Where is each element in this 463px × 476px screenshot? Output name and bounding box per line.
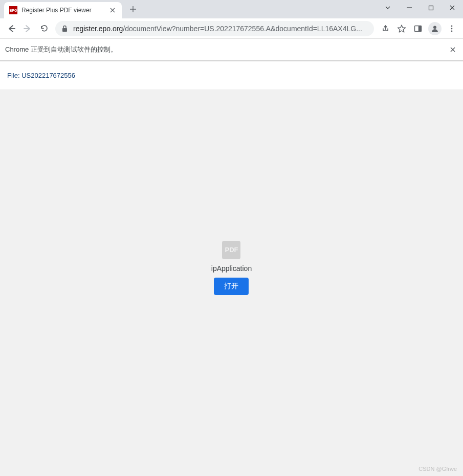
- pdf-icon: PDF: [222, 241, 240, 259]
- window-close[interactable]: [442, 0, 463, 15]
- person-icon: [430, 24, 439, 33]
- minimize-icon: [406, 5, 412, 11]
- window-dropdown[interactable]: [377, 0, 399, 15]
- window-maximize[interactable]: [420, 0, 442, 15]
- address-bar[interactable]: register.epo.org/documentView?number=US.…: [55, 21, 374, 36]
- close-icon: [450, 47, 456, 53]
- arrow-left-icon: [7, 24, 16, 33]
- pdf-placeholder: PDF ipApplication 打开: [211, 241, 252, 295]
- close-icon: [110, 8, 115, 13]
- share-button[interactable]: [377, 20, 393, 37]
- url-host: register.epo.org: [73, 25, 123, 33]
- tab-favicon: EPO: [9, 6, 17, 14]
- svg-rect-3: [419, 26, 422, 31]
- content-header: File: US202217672556: [0, 61, 463, 90]
- close-icon: [449, 5, 455, 11]
- infobar-close-button[interactable]: [448, 44, 458, 55]
- pdf-viewer-area: PDF ipApplication 打开 CSDN @Gfrwe: [0, 90, 463, 476]
- forward-button[interactable]: [19, 20, 36, 37]
- profile-button[interactable]: [428, 22, 442, 35]
- tab-close-button[interactable]: [108, 6, 117, 14]
- plus-icon: [129, 6, 137, 13]
- arrow-right-icon: [23, 24, 32, 33]
- reload-icon: [40, 24, 49, 33]
- side-panel-button[interactable]: [410, 20, 426, 37]
- open-button[interactable]: 打开: [214, 278, 249, 295]
- star-icon: [397, 24, 406, 33]
- share-icon: [381, 24, 390, 33]
- titlebar: EPO Register Plus PDF viewer: [0, 0, 463, 18]
- maximize-icon: [428, 5, 434, 11]
- watermark: CSDN @Gfrwe: [418, 466, 457, 472]
- new-tab-button[interactable]: [126, 2, 140, 16]
- svg-point-4: [433, 26, 436, 29]
- dots-vertical-icon: [448, 25, 456, 33]
- reload-button[interactable]: [36, 20, 52, 37]
- url-path: /documentView?number=US.202217672556.A&d…: [123, 25, 362, 33]
- back-button[interactable]: [3, 20, 19, 37]
- svg-point-6: [451, 28, 453, 29]
- window-minimize[interactable]: [399, 0, 420, 15]
- chevron-down-icon: [385, 5, 391, 11]
- svg-rect-1: [62, 28, 67, 32]
- panel-icon: [414, 25, 422, 33]
- infobar-message: Chrome 正受到自动测试软件的控制。: [5, 45, 117, 54]
- svg-point-7: [451, 30, 453, 32]
- pdf-filename: ipApplication: [211, 264, 252, 273]
- browser-tab[interactable]: EPO Register Plus PDF viewer: [4, 2, 122, 18]
- tab-title: Register Plus PDF viewer: [21, 7, 104, 14]
- file-label: File: US202217672556: [7, 72, 75, 79]
- svg-point-5: [451, 25, 453, 27]
- menu-button[interactable]: [444, 20, 460, 37]
- lock-icon: [61, 25, 68, 32]
- bookmark-button[interactable]: [393, 20, 410, 37]
- automation-infobar: Chrome 正受到自动测试软件的控制。: [0, 39, 463, 61]
- window-controls: [377, 0, 463, 15]
- browser-toolbar: register.epo.org/documentView?number=US.…: [0, 18, 463, 39]
- svg-rect-0: [429, 6, 433, 10]
